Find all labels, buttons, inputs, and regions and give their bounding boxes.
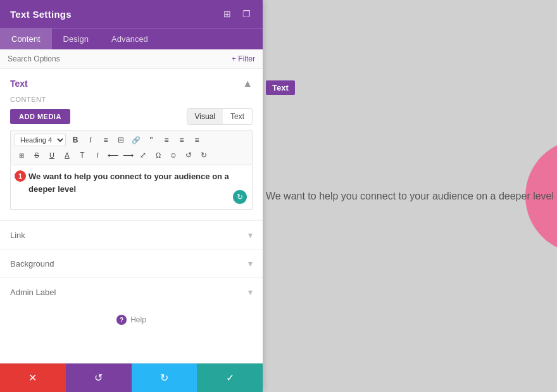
- text-button[interactable]: Text: [223, 109, 252, 124]
- text-section: Text ▲ Content ADD MEDIA Visual Text: [0, 69, 263, 220]
- visual-text-toggle: Visual Text: [187, 108, 253, 125]
- text-indent-button[interactable]: T: [75, 148, 89, 162]
- expand-icon[interactable]: ⊞: [221, 8, 234, 20]
- canvas-element-label: Text: [266, 80, 295, 95]
- admin-label-section[interactable]: Admin Label ▾: [0, 277, 263, 306]
- panel-tabs: Content Design Advanced: [0, 28, 263, 49]
- settings-panel: Text Settings ⊞ ❐ Content Design Advance…: [0, 0, 263, 392]
- undo-footer-button[interactable]: ↺: [66, 364, 132, 392]
- search-bar: + Filter: [0, 49, 263, 69]
- omega-button[interactable]: Ω: [151, 148, 165, 162]
- cancel-button[interactable]: ✕: [0, 364, 66, 392]
- link-section[interactable]: Link ▾: [0, 220, 263, 249]
- admin-label-arrow-icon: ▾: [248, 287, 253, 297]
- fullscreen-button[interactable]: ⤢: [136, 148, 150, 162]
- indent-button[interactable]: ⟶: [121, 148, 135, 162]
- tab-design[interactable]: Design: [52, 28, 100, 49]
- tab-content[interactable]: Content: [0, 28, 52, 49]
- add-media-button[interactable]: ADD MEDIA: [10, 109, 70, 124]
- link-section-arrow-icon: ▾: [248, 230, 253, 240]
- refresh-icon[interactable]: ↻: [233, 190, 247, 204]
- editor-text[interactable]: We want to help you connect to your audi…: [28, 170, 246, 195]
- panel-header: Text Settings ⊞ ❐: [0, 0, 263, 28]
- content-label: Content: [10, 96, 253, 103]
- italic2-button[interactable]: I: [91, 148, 104, 162]
- link-button[interactable]: 🔗: [129, 133, 143, 147]
- background-section[interactable]: Background ▾: [0, 249, 263, 277]
- strikethrough-button[interactable]: S: [30, 148, 44, 162]
- header-icons: ⊞ ❐: [221, 8, 253, 20]
- background-section-arrow-icon: ▾: [248, 258, 253, 269]
- visual-button[interactable]: Visual: [187, 109, 223, 124]
- text-section-header[interactable]: Text ▲: [0, 69, 263, 96]
- text-section-title: Text: [10, 79, 28, 89]
- align-left-button[interactable]: ≡: [160, 133, 173, 147]
- font-color-button[interactable]: A: [60, 148, 74, 162]
- undo-button[interactable]: ↺: [182, 148, 196, 162]
- help-icon: ?: [116, 315, 127, 325]
- search-input[interactable]: [8, 54, 232, 63]
- tab-advanced[interactable]: Advanced: [100, 28, 160, 49]
- help-row: ? Help: [0, 306, 263, 334]
- help-label[interactable]: Help: [130, 315, 146, 324]
- italic-button[interactable]: I: [84, 133, 97, 147]
- ordered-list-button[interactable]: ⊟: [114, 133, 128, 147]
- editor-toolbar: Heading 4 B I ≡ ⊟ 🔗 " ≡ ≡ ≡ ⊞ S: [10, 130, 253, 165]
- panel-footer: ✕ ↺ ↻ ✓: [0, 363, 263, 392]
- canvas-area: Text We want to help you connect to your…: [263, 0, 557, 392]
- redo-footer-button[interactable]: ↻: [132, 364, 197, 392]
- link-section-title: Link: [10, 231, 25, 240]
- step-badge: 1: [15, 170, 26, 182]
- unordered-list-button[interactable]: ≡: [99, 133, 113, 147]
- emoji-button[interactable]: ☺: [166, 148, 180, 162]
- background-section-title: Background: [10, 259, 54, 269]
- align-center-button[interactable]: ≡: [175, 133, 189, 147]
- media-row: ADD MEDIA Visual Text: [10, 108, 253, 125]
- align-right-button[interactable]: ≡: [190, 133, 204, 147]
- filter-button[interactable]: + Filter: [232, 54, 255, 63]
- admin-label-section-title: Admin Label: [10, 288, 56, 297]
- outdent-button[interactable]: ⟵: [106, 148, 120, 162]
- editor-content: 1 We want to help you connect to your au…: [10, 165, 253, 210]
- underline-button[interactable]: U: [45, 148, 59, 162]
- canvas-preview-text: We want to help you connect to your audi…: [266, 191, 554, 202]
- content-area: Content ADD MEDIA Visual Text Heading 4: [0, 96, 263, 220]
- heading-select[interactable]: Heading 4: [15, 134, 66, 146]
- dock-icon[interactable]: ❐: [240, 8, 253, 20]
- toolbar-row-1: Heading 4 B I ≡ ⊟ 🔗 " ≡ ≡ ≡: [15, 133, 248, 147]
- table-button[interactable]: ⊞: [15, 148, 28, 162]
- bold-button[interactable]: B: [68, 133, 82, 147]
- save-button[interactable]: ✓: [197, 364, 263, 392]
- panel-body: Text ▲ Content ADD MEDIA Visual Text: [0, 69, 263, 363]
- redo-button[interactable]: ↻: [197, 148, 211, 162]
- panel-title: Text Settings: [10, 9, 72, 20]
- toolbar-row-2: ⊞ S U A T I ⟵ ⟶ ⤢ Ω ☺ ↺ ↻: [15, 148, 248, 162]
- text-section-toggle-icon: ▲: [242, 78, 253, 89]
- blockquote-button[interactable]: ": [144, 133, 158, 147]
